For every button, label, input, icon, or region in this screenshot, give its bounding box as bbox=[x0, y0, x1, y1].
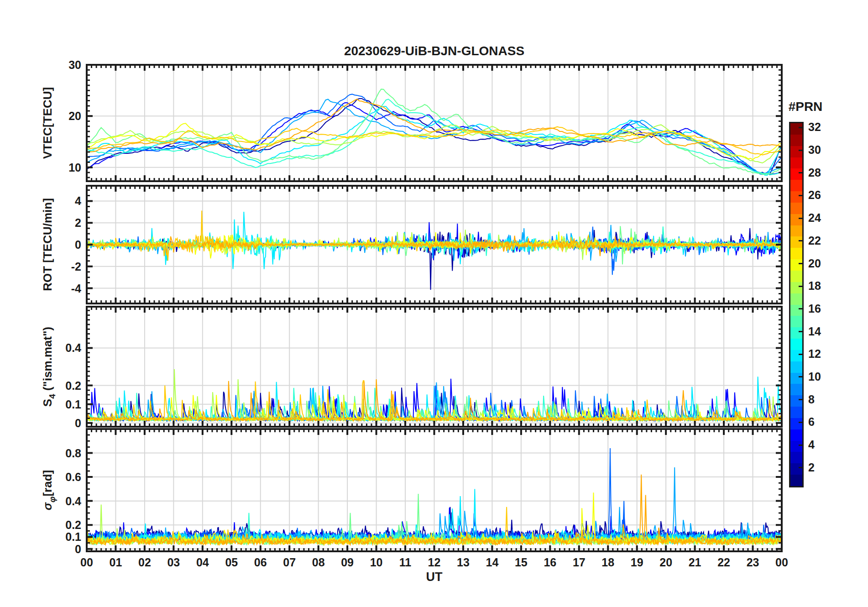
ytick-label-sigma: 0.8 bbox=[65, 447, 81, 460]
colorbar-block-prn-20 bbox=[790, 259, 802, 271]
colorbar-block-prn-27 bbox=[790, 180, 802, 191]
colorbar-block-prn-28 bbox=[790, 168, 802, 180]
xtick-label: 00 bbox=[775, 556, 788, 569]
ytick-label-rot: 2 bbox=[75, 216, 81, 229]
colorbar-tick-mark bbox=[799, 172, 802, 173]
colorbar-tick-26: 26 bbox=[808, 188, 821, 202]
colorbar-block-prn-10 bbox=[790, 373, 802, 384]
ytick-label-vtec: 20 bbox=[68, 110, 81, 122]
colorbar-tick-16: 16 bbox=[808, 302, 821, 315]
colorbar-tick-2: 2 bbox=[808, 461, 815, 474]
xtick-label: 00 bbox=[80, 556, 93, 569]
colorbar-block-prn-22 bbox=[790, 236, 802, 248]
colorbar-block-prn-1 bbox=[790, 475, 802, 486]
figure: 20230629-UiB-BJN-GLONASS 102030VTEC[TECU… bbox=[0, 0, 868, 607]
ytick-label-rot: 4 bbox=[75, 194, 81, 207]
xtick-label: 17 bbox=[573, 556, 586, 569]
xtick-label: 22 bbox=[717, 556, 730, 569]
ytick-label-s4: 0.2 bbox=[65, 379, 81, 392]
xtick-label: 20 bbox=[659, 556, 672, 569]
colorbar-tick-mark bbox=[799, 331, 802, 332]
ytick-label-rot: -4 bbox=[71, 282, 81, 295]
ytick-label-sigma: 0.6 bbox=[65, 471, 81, 483]
colorbar-tick-mark bbox=[799, 127, 802, 128]
ytick-label-vtec: 30 bbox=[68, 58, 81, 71]
xtick-label: 09 bbox=[341, 556, 354, 569]
xtick-label: 05 bbox=[225, 556, 238, 569]
xtick-label: 14 bbox=[486, 556, 499, 569]
colorbar-tick-mark bbox=[799, 218, 802, 219]
panel-vtec: 102030VTEC[TECU] bbox=[41, 58, 782, 181]
ylabel-vtec: VTEC[TECU] bbox=[41, 87, 54, 159]
colorbar-tick-mark bbox=[799, 399, 802, 400]
colorbar-block-prn-17 bbox=[790, 293, 802, 305]
colorbar-tick-12: 12 bbox=[808, 347, 821, 361]
xtick-label: 03 bbox=[167, 556, 180, 569]
xtick-label: 16 bbox=[544, 556, 556, 569]
colorbar-tick-mark bbox=[799, 376, 802, 377]
colorbar-block-prn-18 bbox=[790, 282, 802, 293]
colorbar-block-prn-32 bbox=[790, 123, 802, 135]
xtick-label: 02 bbox=[138, 556, 151, 569]
colorbar-block-prn-5 bbox=[790, 429, 802, 441]
colorbar-block-prn-21 bbox=[790, 248, 802, 259]
ytick-label-s4: 0.4 bbox=[65, 341, 81, 354]
colorbar-tick-24: 24 bbox=[808, 211, 821, 225]
xtick-label: 07 bbox=[283, 556, 296, 569]
colorbar-block-prn-24 bbox=[790, 214, 802, 225]
xtick-label: 23 bbox=[747, 556, 759, 569]
chart-canvas: 102030VTEC[TECU]-4-2024ROT [TECU/min]00.… bbox=[0, 0, 868, 607]
xtick-label: 01 bbox=[110, 556, 122, 569]
colorbar-block-prn-12 bbox=[790, 350, 802, 361]
colorbar bbox=[789, 122, 804, 487]
colorbar-block-prn-3 bbox=[790, 452, 802, 463]
colorbar-block-prn-9 bbox=[790, 384, 802, 395]
ylabel-sigma: σφ[rad] bbox=[41, 470, 57, 510]
colorbar-tick-28: 28 bbox=[808, 166, 821, 179]
xtick-label: 06 bbox=[254, 556, 267, 569]
colorbar-tick-32: 32 bbox=[808, 120, 821, 134]
colorbar-block-prn-29 bbox=[790, 157, 802, 169]
colorbar-block-prn-6 bbox=[790, 418, 802, 429]
colorbar-block-prn-23 bbox=[790, 225, 802, 237]
xtick-label: 12 bbox=[428, 556, 441, 569]
colorbar-tick-6: 6 bbox=[808, 415, 815, 429]
panel-sigma: 00.10.20.40.60.8σφ[rad] bbox=[41, 429, 782, 555]
colorbar-tick-20: 20 bbox=[808, 257, 821, 270]
ytick-label-sigma: 0.4 bbox=[65, 495, 81, 508]
xtick-label: 11 bbox=[399, 556, 412, 569]
ylabel-rot: ROT [TECU/min] bbox=[41, 198, 54, 291]
xtick-label: 15 bbox=[515, 556, 528, 569]
ytick-label-rot: 0 bbox=[75, 238, 81, 251]
xtick-label: 04 bbox=[196, 556, 209, 569]
ytick-label-s4: 0 bbox=[75, 417, 81, 429]
colorbar-block-prn-25 bbox=[790, 203, 802, 214]
x-axis-label: UT bbox=[87, 570, 782, 584]
colorbar-block-prn-13 bbox=[790, 339, 802, 350]
colorbar-block-prn-15 bbox=[790, 316, 802, 327]
ytick-label-rot: -2 bbox=[71, 260, 81, 273]
panel-rot: -4-2024ROT [TECU/min] bbox=[41, 186, 782, 304]
ytick-label-s4: 0.1 bbox=[65, 398, 81, 411]
colorbar-tick-mark bbox=[799, 286, 802, 287]
colorbar-tick-mark bbox=[799, 445, 802, 446]
colorbar-tick-10: 10 bbox=[808, 370, 821, 383]
colorbar-block-prn-26 bbox=[790, 191, 802, 203]
xtick-label: 19 bbox=[631, 556, 643, 569]
colorbar-block-prn-14 bbox=[790, 327, 802, 339]
panel-s4: 00.10.20.4S4 ("ism.mat") bbox=[41, 307, 782, 429]
colorbar-tick-mark bbox=[799, 467, 802, 468]
colorbar-tick-mark bbox=[799, 150, 802, 151]
colorbar-tick-mark bbox=[799, 354, 802, 355]
colorbar-tick-mark bbox=[799, 308, 802, 309]
colorbar-block-prn-30 bbox=[790, 146, 802, 157]
xtick-label: 21 bbox=[689, 556, 701, 569]
colorbar-block-prn-16 bbox=[790, 305, 802, 316]
xtick-label: 13 bbox=[457, 556, 470, 569]
colorbar-block-prn-2 bbox=[790, 463, 802, 475]
colorbar-block-prn-7 bbox=[790, 407, 802, 418]
colorbar-block-prn-19 bbox=[790, 271, 802, 282]
colorbar-block-prn-4 bbox=[790, 441, 802, 452]
colorbar-tick-mark bbox=[799, 263, 802, 264]
colorbar-tick-4: 4 bbox=[808, 438, 815, 451]
